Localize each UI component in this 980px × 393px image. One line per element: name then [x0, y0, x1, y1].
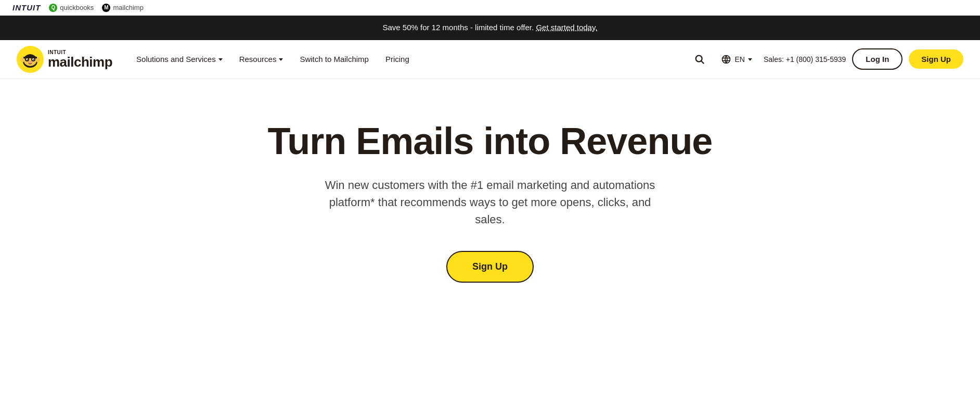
hero-subtitle: Win new customers with the #1 email mark… [313, 176, 667, 228]
svg-line-14 [702, 61, 704, 64]
nav-solutions[interactable]: Solutions and Services [129, 50, 230, 68]
search-icon [694, 54, 705, 65]
svg-point-7 [27, 59, 28, 60]
logo-text: INTUIT mailchimp [48, 50, 112, 69]
intuit-bar: INTUIT Q quickbooks M mailchimp [0, 0, 980, 16]
promo-banner: Save 50% for 12 months - limited time of… [0, 16, 980, 40]
nav-pricing[interactable]: Pricing [378, 50, 417, 68]
nav-pricing-label: Pricing [385, 55, 409, 64]
language-selector[interactable]: EN [716, 50, 757, 69]
sales-phone: Sales: +1 (800) 315-5939 [764, 55, 846, 64]
hero-title: Turn Emails into Revenue [268, 121, 713, 162]
svg-point-13 [696, 55, 702, 61]
svg-point-15 [723, 55, 730, 63]
nav-solutions-label: Solutions and Services [136, 55, 216, 64]
nav-resources-label: Resources [239, 55, 277, 64]
nav-actions: EN Sales: +1 (800) 315-5939 Log In Sign … [690, 48, 963, 70]
quickbooks-icon: Q [49, 4, 57, 12]
svg-point-9 [28, 61, 33, 64]
globe-icon [721, 54, 731, 65]
nav-solutions-chevron [218, 58, 223, 61]
intuit-logo: INTUIT [12, 3, 41, 12]
signup-hero-button[interactable]: Sign Up [446, 251, 534, 283]
nav-resources[interactable]: Resources [232, 50, 291, 68]
search-button[interactable] [690, 49, 710, 69]
login-button[interactable]: Log In [852, 48, 902, 70]
promo-text: Save 50% for 12 months - limited time of… [383, 23, 534, 32]
quickbooks-label: quickbooks [60, 4, 94, 11]
nav-switch-label: Switch to Mailchimp [300, 55, 369, 64]
mailchimp-product-label: mailchimp [113, 4, 144, 11]
mailchimp-product-icon: M [102, 4, 110, 12]
signup-nav-button[interactable]: Sign Up [909, 49, 963, 69]
svg-point-8 [33, 59, 34, 60]
lang-label: EN [734, 55, 744, 64]
logo-mailchimp-text: mailchimp [48, 55, 112, 69]
hero-section: Turn Emails into Revenue Win new custome… [0, 79, 980, 324]
nav-switch[interactable]: Switch to Mailchimp [292, 50, 376, 68]
svg-rect-12 [23, 57, 37, 58]
mailchimp-monkey-logo [17, 46, 44, 73]
quickbooks-link[interactable]: Q quickbooks [49, 4, 94, 12]
nav-items: Solutions and Services Resources Switch … [129, 50, 690, 68]
lang-chevron [748, 58, 752, 61]
main-nav: INTUIT mailchimp Solutions and Services … [0, 40, 980, 79]
mailchimp-product-link[interactable]: M mailchimp [102, 4, 144, 12]
nav-resources-chevron [279, 58, 283, 61]
promo-cta[interactable]: Get started today. [536, 23, 597, 32]
logo-link[interactable]: INTUIT mailchimp [17, 46, 112, 73]
